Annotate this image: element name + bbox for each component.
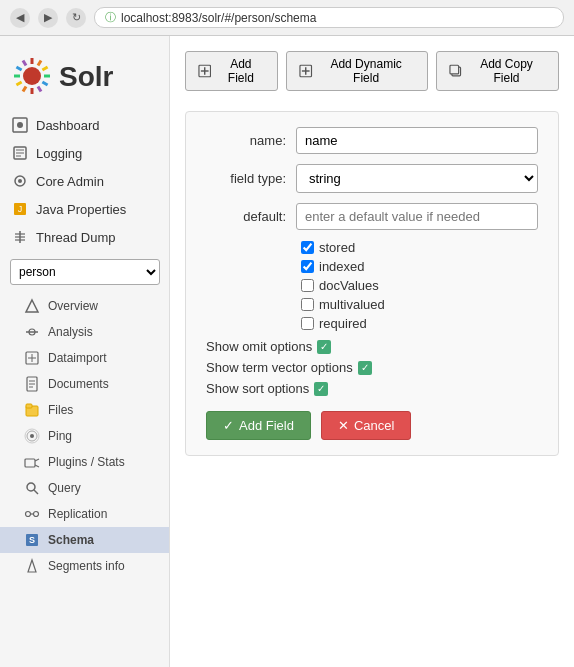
- show-sort-options[interactable]: Show sort options ✓: [206, 381, 538, 396]
- docvalues-label[interactable]: docValues: [319, 278, 379, 293]
- indexed-label[interactable]: indexed: [319, 259, 365, 274]
- sidebar-item-dashboard[interactable]: Dashboard: [0, 111, 169, 139]
- field-type-select[interactable]: string text_general int long float doubl…: [296, 164, 538, 193]
- documents-icon: [24, 376, 40, 392]
- sub-nav-documents[interactable]: Documents: [0, 371, 169, 397]
- core-selector-container: person: [0, 251, 169, 293]
- indexed-checkbox-item: indexed: [301, 259, 538, 274]
- logging-icon: [12, 145, 28, 161]
- svg-point-48: [34, 512, 39, 517]
- sub-nav-overview[interactable]: Overview: [0, 293, 169, 319]
- core-selector[interactable]: person: [10, 259, 160, 285]
- sub-nav-ping[interactable]: Ping: [0, 423, 169, 449]
- sidebar-item-thread-dump[interactable]: Thread Dump: [0, 223, 169, 251]
- overview-icon: [24, 298, 40, 314]
- stored-checkbox-item: stored: [301, 240, 538, 255]
- sub-nav-dataimport-label: Dataimport: [48, 351, 107, 365]
- show-term-vector-options[interactable]: Show term vector options ✓: [206, 360, 538, 375]
- term-vector-expand-icon: ✓: [358, 361, 372, 375]
- refresh-button[interactable]: ↻: [66, 8, 86, 28]
- sub-nav-replication-label: Replication: [48, 507, 107, 521]
- show-sort-label: Show sort options: [206, 381, 309, 396]
- svg-text:S: S: [29, 535, 35, 545]
- sub-nav-files[interactable]: Files: [0, 397, 169, 423]
- svg-line-46: [34, 490, 38, 494]
- segments-icon: [24, 558, 40, 574]
- back-button[interactable]: ◀: [10, 8, 30, 28]
- sidebar-java-label: Java Properties: [36, 202, 126, 217]
- sidebar: Solr Dashboard Logging Core Admin J Java…: [0, 36, 170, 667]
- svg-line-1: [38, 60, 41, 65]
- sidebar-logging-label: Logging: [36, 146, 82, 161]
- name-row: name:: [206, 127, 538, 154]
- sidebar-item-logging[interactable]: Logging: [0, 139, 169, 167]
- sub-nav-schema[interactable]: S Schema: [0, 527, 169, 553]
- svg-point-47: [26, 512, 31, 517]
- sub-nav-files-label: Files: [48, 403, 73, 417]
- forward-button[interactable]: ▶: [38, 8, 58, 28]
- required-checkbox[interactable]: [301, 317, 314, 330]
- action-buttons: ✓ Add Field ✕ Cancel: [206, 411, 538, 440]
- query-icon: [24, 480, 40, 496]
- docvalues-checkbox-item: docValues: [301, 278, 538, 293]
- solr-logo-text: Solr: [59, 61, 113, 93]
- show-term-vector-label: Show term vector options: [206, 360, 353, 375]
- dashboard-icon: [12, 117, 28, 133]
- indexed-checkbox[interactable]: [301, 260, 314, 273]
- sidebar-thread-dump-label: Thread Dump: [36, 230, 115, 245]
- stored-checkbox[interactable]: [301, 241, 314, 254]
- cancel-x-icon: ✕: [338, 418, 349, 433]
- sub-nav-analysis[interactable]: Analysis: [0, 319, 169, 345]
- multivalued-checkbox-item: multivalued: [301, 297, 538, 312]
- add-dynamic-field-button[interactable]: Add Dynamic Field: [286, 51, 427, 91]
- add-copy-field-button[interactable]: Add Copy Field: [436, 51, 559, 91]
- ping-icon: [24, 428, 40, 444]
- sub-nav-ping-label: Ping: [48, 429, 72, 443]
- svg-rect-42: [25, 459, 35, 467]
- sub-nav-replication[interactable]: Replication: [0, 501, 169, 527]
- sub-nav-analysis-label: Analysis: [48, 325, 93, 339]
- cancel-button[interactable]: ✕ Cancel: [321, 411, 411, 440]
- svg-line-4: [42, 82, 47, 85]
- java-icon: J: [12, 201, 28, 217]
- svg-point-12: [23, 67, 41, 85]
- analysis-icon: [24, 324, 40, 340]
- sub-nav-segments-info[interactable]: Segments info: [0, 553, 169, 579]
- add-field-icon: [198, 64, 211, 78]
- svg-line-11: [23, 60, 26, 65]
- show-omit-options[interactable]: Show omit options ✓: [206, 339, 538, 354]
- svg-line-10: [16, 67, 21, 70]
- toolbar: Add Field Add Dynamic Field Add Copy Fie…: [185, 51, 559, 91]
- required-label[interactable]: required: [319, 316, 367, 331]
- content-area: Add Field Add Dynamic Field Add Copy Fie…: [170, 36, 574, 667]
- sub-nav-query[interactable]: Query: [0, 475, 169, 501]
- multivalued-checkbox[interactable]: [301, 298, 314, 311]
- svg-point-14: [17, 122, 23, 128]
- stored-label[interactable]: stored: [319, 240, 355, 255]
- sub-nav-dataimport[interactable]: Dataimport: [0, 345, 169, 371]
- sub-nav-query-label: Query: [48, 481, 81, 495]
- name-label: name:: [206, 133, 296, 148]
- name-input[interactable]: [296, 127, 538, 154]
- add-field-button[interactable]: Add Field: [185, 51, 278, 91]
- sidebar-item-core-admin[interactable]: Core Admin: [0, 167, 169, 195]
- svg-text:J: J: [18, 204, 23, 214]
- url-text: localhost:8983/solr/#/person/schema: [121, 11, 316, 25]
- sub-nav-documents-label: Documents: [48, 377, 109, 391]
- dataimport-icon: [24, 350, 40, 366]
- address-bar[interactable]: ⓘ localhost:8983/solr/#/person/schema: [94, 7, 564, 28]
- submit-add-field-button[interactable]: ✓ Add Field: [206, 411, 311, 440]
- omit-expand-icon: ✓: [317, 340, 331, 354]
- multivalued-label[interactable]: multivalued: [319, 297, 385, 312]
- default-input[interactable]: [296, 203, 538, 230]
- cancel-btn-label: Cancel: [354, 418, 394, 433]
- sidebar-item-java-properties[interactable]: J Java Properties: [0, 195, 169, 223]
- field-type-label: field type:: [206, 171, 296, 186]
- docvalues-checkbox[interactable]: [301, 279, 314, 292]
- field-type-row: field type: string text_general int long…: [206, 164, 538, 193]
- replication-icon: [24, 506, 40, 522]
- sub-nav-plugins-stats[interactable]: Plugins / Stats: [0, 449, 169, 475]
- sub-nav-schema-label: Schema: [48, 533, 94, 547]
- lock-icon: ⓘ: [105, 10, 116, 25]
- svg-marker-52: [28, 560, 36, 572]
